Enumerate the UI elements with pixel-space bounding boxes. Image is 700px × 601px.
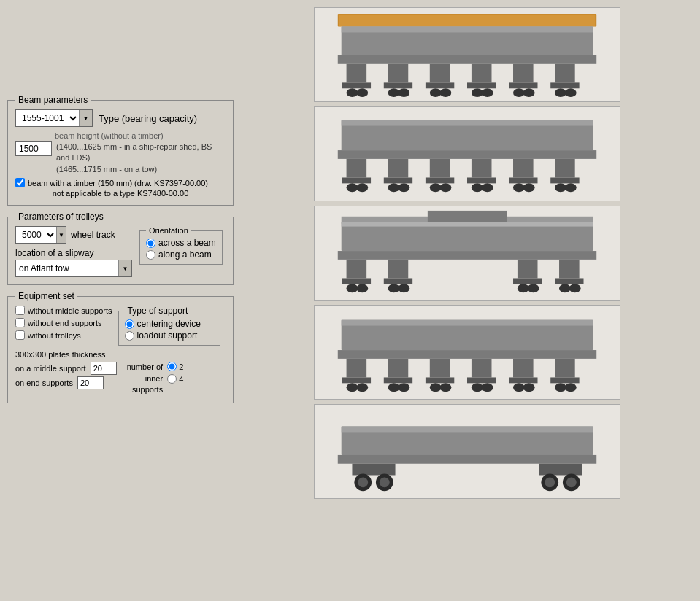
supports-4-row: 4 bbox=[167, 374, 183, 384]
svg-rect-68 bbox=[513, 278, 542, 284]
svg-rect-37 bbox=[555, 159, 575, 178]
svg-rect-13 bbox=[425, 82, 453, 88]
svg-point-24 bbox=[481, 88, 493, 97]
beam-type-dropdown-arrow[interactable]: ▼ bbox=[79, 110, 92, 126]
track-label: wheel track bbox=[71, 230, 115, 240]
svg-point-28 bbox=[564, 88, 576, 97]
svg-point-50 bbox=[471, 183, 482, 192]
svg-rect-40 bbox=[425, 177, 453, 183]
along-label: along a beam bbox=[158, 249, 212, 260]
svg-rect-84 bbox=[471, 359, 491, 378]
svg-rect-60 bbox=[341, 222, 593, 227]
svg-point-21 bbox=[429, 88, 441, 97]
beam-height-desc: (1400...1625 mm - in a ship-repair shed,… bbox=[56, 141, 226, 175]
svg-rect-42 bbox=[509, 177, 537, 183]
centering-radio[interactable] bbox=[125, 319, 134, 329]
svg-point-76 bbox=[559, 284, 571, 292]
plates-title: 300x300 plates thickness bbox=[15, 350, 226, 359]
svg-point-98 bbox=[439, 383, 451, 392]
svg-point-71 bbox=[356, 284, 368, 292]
end-supports-label: on end supports bbox=[15, 379, 73, 387]
middle-support-input[interactable] bbox=[91, 362, 117, 375]
svg-rect-39 bbox=[383, 177, 412, 183]
beam-image-5 bbox=[314, 404, 620, 499]
svg-rect-79 bbox=[341, 320, 593, 326]
svg-point-46 bbox=[388, 183, 399, 192]
without-end-checkbox[interactable] bbox=[15, 318, 25, 327]
beam-type-select[interactable]: 1555-1001 bbox=[16, 111, 79, 125]
svg-point-45 bbox=[356, 183, 368, 192]
svg-rect-63 bbox=[388, 260, 408, 279]
track-select[interactable]: 5000 bbox=[16, 228, 56, 242]
svg-point-72 bbox=[388, 284, 399, 292]
svg-rect-80 bbox=[337, 350, 596, 359]
svg-rect-38 bbox=[342, 177, 370, 183]
svg-point-55 bbox=[564, 183, 576, 192]
supports-4-radio[interactable] bbox=[167, 374, 177, 384]
svg-point-22 bbox=[439, 88, 451, 97]
svg-rect-107 bbox=[337, 455, 596, 464]
track-select-container[interactable]: 5000 ▼ bbox=[15, 226, 66, 244]
num-supports-labels: number of inner supports bbox=[127, 362, 164, 395]
beam-svg-3 bbox=[315, 206, 620, 300]
timber-checkbox-row: beam with a timber (150 mm) (drw. KS7397… bbox=[15, 178, 226, 187]
svg-rect-43 bbox=[550, 177, 579, 183]
without-middle-checkbox[interactable] bbox=[15, 306, 25, 315]
end-supports-input[interactable] bbox=[77, 376, 104, 389]
centering-label: centering device bbox=[137, 319, 201, 329]
svg-point-20 bbox=[398, 88, 409, 97]
svg-rect-33 bbox=[388, 159, 408, 178]
slipway-dropdown-arrow[interactable]: ▼ bbox=[118, 260, 131, 276]
svg-rect-1 bbox=[339, 15, 595, 26]
svg-rect-8 bbox=[471, 64, 491, 83]
svg-point-51 bbox=[481, 183, 493, 192]
svg-point-99 bbox=[471, 383, 482, 392]
svg-rect-106 bbox=[341, 427, 593, 433]
svg-rect-67 bbox=[383, 278, 412, 284]
without-middle-label: without middle supports bbox=[28, 306, 112, 315]
plates-bottom-row: on a middle support on end supports numb… bbox=[15, 362, 226, 395]
svg-rect-3 bbox=[341, 27, 593, 33]
plates-section: 300x300 plates thickness on a middle sup… bbox=[15, 350, 226, 395]
svg-point-102 bbox=[523, 383, 534, 392]
svg-rect-36 bbox=[513, 159, 534, 178]
svg-rect-15 bbox=[509, 82, 537, 88]
loadout-radio[interactable] bbox=[125, 331, 134, 341]
slipway-select-container[interactable]: on Atlant tow ▼ bbox=[15, 260, 132, 277]
svg-rect-7 bbox=[429, 64, 450, 83]
svg-point-93 bbox=[346, 383, 358, 392]
slipway-label: location of a slipway bbox=[15, 248, 132, 258]
beam-type-select-container[interactable]: 1555-1001 ▼ bbox=[15, 109, 93, 127]
equipment-fieldset: Equipment set without middle supports wi… bbox=[7, 291, 234, 403]
across-radio[interactable] bbox=[146, 239, 155, 248]
track-dropdown-arrow[interactable]: ▼ bbox=[56, 227, 66, 243]
across-label: across a beam bbox=[158, 238, 216, 248]
svg-point-44 bbox=[346, 183, 358, 192]
without-trolleys-row: without trolleys bbox=[15, 330, 112, 340]
svg-rect-16 bbox=[550, 82, 579, 88]
along-radio[interactable] bbox=[146, 250, 155, 260]
svg-point-96 bbox=[398, 383, 409, 392]
svg-rect-85 bbox=[513, 359, 534, 378]
beam-image-1 bbox=[314, 7, 620, 102]
svg-rect-31 bbox=[337, 150, 596, 159]
height-small-label: beam height (without a timber) bbox=[55, 131, 226, 140]
svg-point-48 bbox=[429, 183, 441, 192]
svg-point-49 bbox=[439, 183, 451, 192]
svg-rect-14 bbox=[467, 82, 496, 88]
main-layout: Beam parameters 1555-1001 ▼ Type (bearin… bbox=[0, 0, 700, 601]
svg-rect-41 bbox=[467, 177, 496, 183]
svg-rect-92 bbox=[550, 377, 579, 383]
timber-label: beam with a timber (150 mm) (drw. KS7397… bbox=[28, 179, 208, 187]
slipway-select-text: on Atlant tow bbox=[16, 262, 118, 275]
timber-checkbox[interactable] bbox=[15, 178, 25, 187]
supports-2-radio[interactable] bbox=[167, 362, 177, 371]
beam-height-input[interactable] bbox=[15, 141, 52, 156]
beam-image-2 bbox=[314, 106, 620, 201]
svg-rect-69 bbox=[555, 278, 583, 284]
svg-rect-66 bbox=[342, 278, 370, 284]
without-trolleys-checkbox[interactable] bbox=[15, 330, 25, 340]
without-trolleys-label: without trolleys bbox=[28, 331, 81, 340]
supports-2-row: 2 bbox=[167, 362, 183, 371]
svg-point-115 bbox=[545, 477, 555, 487]
